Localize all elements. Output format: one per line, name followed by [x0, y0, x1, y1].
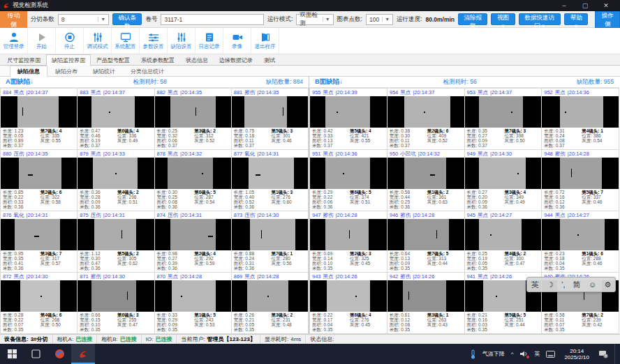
defect-image [232, 96, 308, 128]
ime-punct-icon[interactable]: ’, [561, 280, 566, 289]
defect-card[interactable]: 882黑点|20:14:35长度: 0.25宽度: 0.32面积: 0.06米数… [155, 89, 231, 149]
defect-card[interactable]: 942擦伤|20:14:26长度: 0.61宽度: 0.12面积: 0.08米数… [388, 273, 464, 333]
tab-system-params-config[interactable]: 系统参数配置 [135, 54, 180, 65]
gray-value: 灰度: 0.54 [582, 138, 617, 143]
view-menu-button[interactable]: 视图 ▾ [491, 13, 515, 25]
tray-expand-chevron[interactable]: ^ [511, 351, 514, 357]
ime-simplified[interactable]: 简 [573, 280, 581, 290]
gray-value: 灰度: 0.58 [40, 199, 75, 204]
defect-card[interactable]: 870黑点|20:14:28长度: 0.33宽度: 0.29面积: 0.09米数… [155, 273, 231, 333]
log-record-button[interactable]: 日志记录 [195, 28, 223, 54]
exit-program-button[interactable]: 退出程序 [251, 28, 279, 54]
defect-card[interactable]: 873压伤|20:14:30长度: 0.88宽度: 0.24面积: 0.31米数… [232, 211, 308, 272]
defect-card[interactable]: 884黑点|20:14:37长度: 1.23宽度: 0.05面积: 0.89米数… [1, 89, 77, 149]
tab-defect-monitor[interactable]: 缺陷监控界面 [46, 54, 91, 66]
operate-side-button[interactable]: 操作侧 [595, 11, 620, 28]
tab-status-info[interactable]: 状态信息 [180, 54, 214, 65]
defect-card[interactable]: 953黑点|20:14:37长度: 0.35宽度: 0.27面积: 0.09米数… [465, 89, 542, 149]
keyboard-icon[interactable] [546, 351, 555, 358]
defect-card[interactable]: 952黑点|20:14:36长度: 0.31宽度: 0.24面积: 0.08米数… [542, 89, 619, 149]
task-view-button[interactable] [24, 344, 47, 364]
record-video-button[interactable]: 录像 [223, 28, 251, 54]
length-value: 长度: 0.36 [80, 190, 117, 195]
defect-card[interactable]: 951黑点|20:14:36长度: 0.29宽度: 0.22面积: 0.06米数… [310, 150, 387, 211]
lens-value: 第7镜头: 2 [582, 312, 617, 317]
meter-value: 米数: 0.36 [157, 204, 195, 209]
show-desktop-button[interactable] [614, 344, 617, 364]
clear-alarm-button[interactable]: 清除报警 [458, 13, 487, 25]
defect-card[interactable]: 950小凹坑|20:14:32长度: 0.58宽度: 0.44面积: 0.25米… [388, 150, 464, 211]
width-value: 宽度: 0.44 [390, 195, 427, 199]
defect-card[interactable]: 878黑点|20:14:32长度: 0.30宽度: 0.25面积: 0.08米数… [155, 150, 231, 211]
thermometer-icon[interactable] [470, 349, 476, 359]
debug-mode-button[interactable]: 调试模式 [84, 28, 112, 54]
start-button[interactable]: 开始 [28, 28, 56, 54]
defect-card[interactable]: 871擦伤|20:14:30长度: 0.66宽度: 0.15面积: 0.10米数… [78, 273, 154, 333]
ime-lang-en[interactable]: 英 [531, 280, 539, 290]
width-value: 宽度: 0.29 [157, 317, 195, 322]
start-button[interactable] [0, 344, 24, 364]
ime-settings-icon[interactable]: ⚙ [604, 280, 611, 289]
defect-card-header: 880压伤|20:14:35 [1, 150, 77, 158]
defect-card[interactable]: 944黑点|20:14:27长度: 0.23宽度: 0.18面积: 0.04米数… [542, 211, 619, 272]
defect-card[interactable]: 946擦伤|20:14:28长度: 0.64宽度: 0.13面积: 0.09米数… [388, 211, 464, 272]
defect-card[interactable]: 948擦伤|20:14:28长度: 0.72宽度: 0.16面积: 0.12米数… [542, 150, 619, 211]
defect-settings-button[interactable]: 缺陷设置 [168, 28, 195, 54]
admin-login-button[interactable]: 管理登录 [0, 28, 28, 54]
params-settings-button[interactable]: 参数设置 [140, 28, 168, 54]
taskbar-app-browser[interactable] [47, 344, 71, 364]
tab-size-monitor[interactable]: 尺寸监控界面 [1, 54, 46, 65]
weather-text[interactable]: 气温下降 [482, 350, 505, 358]
defect-card[interactable]: 874压伤|20:14:31长度: 0.98宽度: 0.27面积: 0.39米数… [155, 211, 231, 272]
run-mode-select[interactable]: 双面检测▼ [296, 14, 333, 25]
lens-value: 第4镜头: 2 [504, 251, 539, 256]
system-config-button[interactable]: 系统配置 [112, 28, 140, 54]
defect-card[interactable]: 879黑点|20:14:33长度: 0.36宽度: 0.28面积: 0.09米数… [78, 150, 154, 211]
subtab-defect-stats[interactable]: 缺陷统计 [85, 66, 123, 76]
maximize-button[interactable]: ▢ [581, 2, 589, 9]
slit-count-select[interactable]: 8▼ [58, 14, 109, 25]
language-indicator[interactable]: 英 [534, 350, 540, 358]
taskbar-clock[interactable]: 20:14 2025/2/10 [561, 348, 592, 361]
width-value: 宽度: 0.22 [3, 195, 40, 199]
roll-number-input[interactable]: 3117-1 [161, 14, 263, 25]
subtab-defect-distribution[interactable]: 缺陷分布 [47, 66, 85, 76]
defect-card[interactable]: 883黑点|20:14:37长度: 0.47宽度: 0.46面积: 0.19米数… [78, 89, 154, 149]
taskbar-app-inspection[interactable] [71, 344, 95, 364]
defect-card[interactable]: 869黑点|20:14:28长度: 0.26宽度: 0.21面积: 0.05米数… [232, 273, 308, 333]
defect-card[interactable]: 875压伤|20:14:31长度: 1.12宽度: 0.30面积: 0.47米数… [78, 211, 154, 272]
ime-emoji-icon[interactable]: ☺ [589, 280, 596, 289]
tab-edge-data-record[interactable]: 边缘数据记录 [214, 54, 258, 65]
defect-card[interactable]: 949黑点|20:14:30长度: 0.27宽度: 0.20面积: 0.05米数… [465, 150, 542, 211]
defect-card[interactable]: 947擦伤|20:14:28长度: 0.69宽度: 0.14面积: 0.10米数… [310, 211, 387, 272]
drive-side-button[interactable]: 传动侧 [0, 11, 27, 28]
defect-card[interactable]: 877氧化|20:14:31长度: 1.05宽度: 0.40面积: 0.52米数… [232, 150, 308, 211]
volume-button[interactable] [519, 350, 528, 358]
panel-b-title[interactable]: B面缺陷↓ [315, 77, 343, 86]
data-quick-access-button[interactable]: 数据快速访问 ▾ [519, 13, 561, 25]
panel-a-title[interactable]: A面缺陷↓ [6, 77, 34, 86]
defect-card[interactable]: 955黑点|20:14:39长度: 0.42宽度: 0.33面积: 0.13米数… [310, 89, 387, 149]
subtab-defect-info[interactable]: 缺陷信息 [10, 66, 47, 77]
defect-card[interactable]: 881擦伤|20:14:35长度: 0.75宽度: 0.18面积: 0.11米数… [232, 89, 308, 149]
ime-moon-icon[interactable]: ☽ [547, 280, 554, 289]
defect-card[interactable]: 876氧化|20:14:31长度: 0.95宽度: 0.35面积: 0.41米数… [1, 211, 77, 272]
lens-value: 第3镜头: 4 [504, 190, 539, 195]
tab-product-model-config[interactable]: 产品型号配置 [91, 54, 135, 65]
close-button[interactable]: ✕ [602, 2, 610, 9]
chart-points-select[interactable]: 100▼ [366, 14, 393, 25]
defect-card[interactable]: 880压伤|20:14:35长度: 0.85宽度: 0.22面积: 0.33米数… [1, 150, 77, 211]
help-menu-button[interactable]: 帮助 ▾ [564, 13, 588, 25]
confirm-count-button[interactable]: 确认条数 [112, 13, 142, 25]
area-value: 面积: 0.13 [312, 138, 350, 143]
tab-test[interactable]: 测试 [258, 54, 281, 65]
lens-value: 第5镜头: 3 [271, 128, 306, 133]
defect-card[interactable]: 872黑点|20:14:30长度: 0.28宽度: 0.22面积: 0.07米数… [1, 273, 77, 333]
defect-card[interactable]: 945黑点|20:14:27长度: 0.25宽度: 0.19面积: 0.05米数… [465, 211, 542, 272]
minimize-button[interactable]: – [560, 2, 568, 9]
defect-card[interactable]: 954黑点|20:14:37长度: 0.38宽度: 0.30面积: 0.11米数… [388, 89, 464, 149]
subtab-class-info-stats[interactable]: 分类信息统计 [123, 66, 172, 76]
defect-card[interactable]: 943黑点|20:14:26长度: 0.22宽度: 0.17面积: 0.04米数… [310, 273, 387, 333]
remote-tool-icon[interactable] [598, 350, 608, 358]
stop-button[interactable]: 停止 [56, 28, 84, 54]
